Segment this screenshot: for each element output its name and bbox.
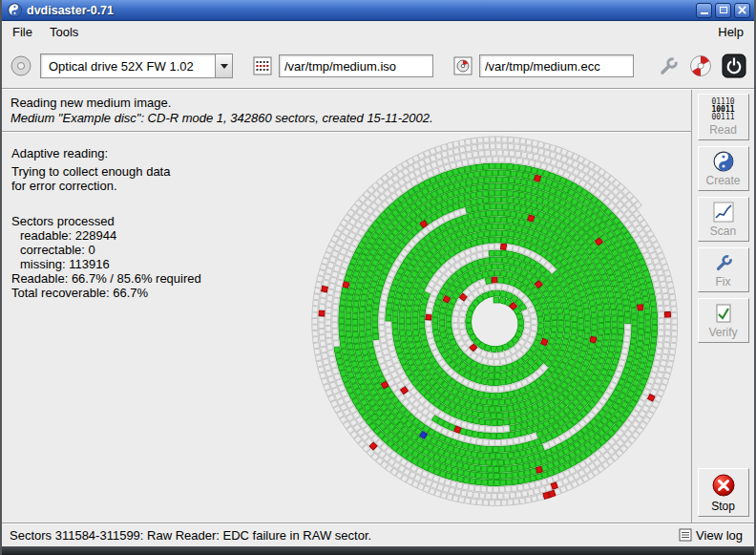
ecc-path-input[interactable] (479, 54, 634, 77)
close-button[interactable] (734, 3, 750, 18)
status-message: Sectors 311584-311599: Raw Reader: EDC f… (10, 528, 675, 543)
status-header: Reading new medium image. Medium "Exampl… (2, 90, 691, 131)
sectors-readable: readable: 228944 (11, 228, 201, 243)
iso-path-input[interactable] (279, 54, 433, 77)
verify-button[interactable]: Verify (698, 298, 749, 343)
maximize-icon (720, 7, 727, 13)
verify-check-icon (713, 303, 734, 324)
iso-file-icon (252, 55, 273, 76)
readable-summary: Readable: 66.7% / 85.6% required (11, 271, 201, 286)
preferences-button[interactable] (657, 54, 680, 77)
close-icon (738, 6, 746, 14)
ecc-file-icon (452, 55, 473, 76)
window-title: dvdisaster-0.71 (27, 4, 693, 17)
info-panel: Adaptive reading: Trying to collect enou… (11, 146, 201, 300)
window-bottom-border (2, 546, 754, 555)
verify-button-label: Verify (708, 326, 737, 339)
minimize-button[interactable] (696, 3, 712, 18)
power-icon (722, 53, 746, 78)
view-log-button[interactable]: View log (675, 527, 746, 544)
menu-tools[interactable]: Tools (41, 21, 87, 44)
mode-desc-line2: for error correction. (11, 179, 201, 193)
stop-button-label: Stop (711, 500, 735, 513)
recoverable-summary: Total recoverable: 66.7% (11, 286, 201, 300)
mode-desc-line1: Trying to collect enough data (11, 164, 201, 179)
titlebar[interactable]: dvdisaster-0.71 (2, 0, 754, 21)
quit-button[interactable] (722, 53, 746, 78)
statusbar: Sectors 311584-311599: Raw Reader: EDC f… (2, 523, 754, 546)
log-list-icon (679, 528, 692, 542)
read-button[interactable]: 01110 10011 00111 Read (698, 94, 749, 140)
drive-select-value: Optical drive 52X FW 1.02 (41, 54, 215, 77)
maximize-button[interactable] (715, 3, 731, 18)
scan-button[interactable]: Scan (698, 197, 749, 242)
yin-yang-icon (713, 151, 734, 172)
menu-spacer (87, 21, 709, 44)
menubar: File Tools Help (2, 21, 754, 44)
fix-wrench-icon (713, 252, 734, 273)
mode-title: Adaptive reading: (11, 146, 201, 160)
stop-button[interactable]: Stop (698, 468, 749, 517)
wrench-icon (657, 54, 680, 77)
main-panel: Reading new medium image. Medium "Exampl… (2, 90, 691, 523)
binary-read-icon: 01110 10011 00111 (711, 98, 734, 121)
app-icon (8, 3, 22, 17)
scan-chart-icon (713, 202, 734, 223)
status-header-line2: Medium "Example disc": CD-R mode 1, 3428… (10, 111, 682, 126)
chevron-down-icon[interactable] (215, 54, 232, 77)
workarea: Adaptive reading: Trying to collect enou… (2, 133, 691, 523)
toolbar: Optical drive 52X FW 1.02 (2, 44, 754, 88)
stop-icon (711, 473, 736, 498)
sectors-title: Sectors processed (11, 214, 201, 228)
app-window: dvdisaster-0.71 File Tools Help Optical … (0, 0, 756, 555)
status-header-line1: Reading new medium image. (10, 96, 682, 111)
fix-button[interactable]: Fix (698, 247, 749, 292)
cd-disc-icon (689, 54, 712, 77)
drive-select[interactable]: Optical drive 52X FW 1.02 (40, 53, 233, 78)
medium-info-button[interactable] (689, 54, 712, 77)
sector-spiral-visualization (305, 133, 687, 515)
create-button-label: Create (705, 174, 740, 187)
view-log-label: View log (696, 528, 743, 543)
fix-button-label: Fix (716, 275, 731, 288)
read-button-label: Read (709, 123, 737, 137)
content: Reading new medium image. Medium "Exampl… (2, 90, 754, 523)
sectors-missing: missing: 113916 (11, 257, 201, 271)
menu-file[interactable]: File (4, 21, 41, 44)
create-button[interactable]: Create (698, 146, 749, 191)
sectors-correctable: correctable: 0 (11, 243, 201, 257)
scan-button-label: Scan (710, 224, 736, 238)
minimize-icon (701, 12, 708, 14)
drive-icon (10, 54, 32, 77)
sidebar: 01110 10011 00111 Read Create (691, 90, 754, 523)
menu-help[interactable]: Help (709, 21, 752, 44)
